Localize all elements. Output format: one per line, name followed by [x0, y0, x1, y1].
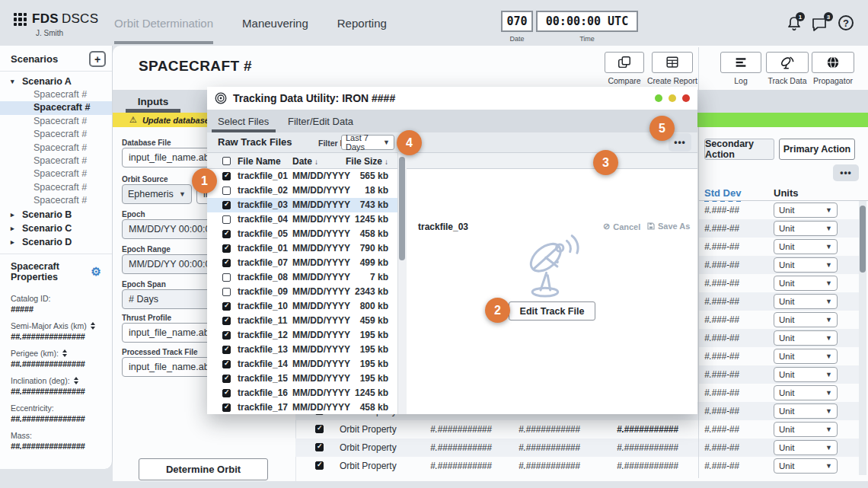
- unit-select[interactable]: Unit ▼: [774, 385, 838, 400]
- unit-select[interactable]: Unit ▼: [774, 239, 838, 254]
- stepper-icon[interactable]: [62, 349, 67, 357]
- panel-more-button[interactable]: •••: [833, 164, 859, 181]
- track-file-row[interactable]: trackfile_02 MM/DD/YYYY 18 kb: [207, 183, 397, 198]
- cancel-button[interactable]: ⊘ Cancel: [603, 222, 640, 231]
- file-checkbox[interactable]: [222, 288, 231, 296]
- file-checkbox[interactable]: [222, 346, 231, 354]
- unit-select[interactable]: Unit ▼: [774, 367, 838, 382]
- track-file-row[interactable]: trackfile_01 MM/DD/YYYY 790 kb: [207, 241, 397, 256]
- stepper-icon[interactable]: [74, 377, 78, 384]
- track-file-row[interactable]: trackfile_13 MM/DD/YYYY 195 kb: [207, 343, 397, 357]
- window-dot-red[interactable]: [682, 94, 690, 102]
- file-size-header[interactable]: File Size↓: [318, 156, 388, 167]
- file-checkbox[interactable]: [222, 273, 231, 282]
- caret-down-icon: ▼: [825, 334, 832, 342]
- track-file-row[interactable]: trackfile_12 MM/DD/YYYY 195 kb: [207, 328, 397, 343]
- orbit-row-checkbox[interactable]: [315, 425, 324, 433]
- track-file-row[interactable]: trackfile_01 MM/DD/YYYY 565 kb: [207, 169, 397, 183]
- help-icon[interactable]: ?: [838, 15, 854, 30]
- scenario-node[interactable]: ▸ Scenario C: [0, 222, 112, 235]
- track-data-button[interactable]: [766, 52, 809, 73]
- track-file-row[interactable]: trackfile_09 MM/DD/YYYY 2343 kb: [207, 285, 397, 299]
- app-grid-icon[interactable]: [14, 13, 27, 26]
- track-file-row[interactable]: trackfile_04 MM/DD/YYYY 1245 kb: [207, 212, 397, 227]
- log-button[interactable]: [720, 52, 761, 73]
- sidebar-item-spacecraft[interactable]: Spacecraft #: [0, 115, 112, 128]
- unit-select[interactable]: Unit ▼: [774, 203, 838, 218]
- track-file-row[interactable]: trackfile_08 MM/DD/YYYY 7 kb: [207, 270, 397, 285]
- determine-orbit-button[interactable]: Determine Orbit: [139, 458, 268, 480]
- unit-select[interactable]: Unit ▼: [774, 276, 838, 291]
- primary-action-button[interactable]: Primary Action: [779, 139, 855, 160]
- filter-by-select[interactable]: Last 7 Days ▼: [341, 135, 394, 150]
- unit-select[interactable]: Unit ▼: [774, 440, 838, 455]
- sidebar-item-spacecraft[interactable]: Spacecraft #: [0, 128, 112, 141]
- scenario-a-node[interactable]: ▾ Scenario A: [0, 75, 112, 88]
- unit-select[interactable]: Unit ▼: [774, 349, 838, 364]
- file-checkbox[interactable]: [222, 317, 231, 325]
- file-list-scrollbar-thumb[interactable]: [399, 157, 405, 260]
- track-file-row[interactable]: trackfile_16 MM/DD/YYYY 1245 kb: [207, 386, 397, 400]
- window-dot-green[interactable]: [655, 94, 662, 102]
- file-name-header[interactable]: File Name: [238, 156, 281, 167]
- unit-select[interactable]: Unit ▼: [774, 330, 838, 346]
- file-checkbox[interactable]: [222, 215, 231, 224]
- unit-select[interactable]: Unit ▼: [774, 257, 838, 273]
- secondary-action-button[interactable]: Secondary Action: [704, 139, 774, 160]
- sidebar-item-spacecraft[interactable]: Spacecraft #: [0, 194, 112, 207]
- tab-orbit-determination[interactable]: Orbit Determination: [114, 17, 213, 30]
- scenario-node[interactable]: ▸ Scenario D: [0, 235, 112, 249]
- sidebar-item-spacecraft[interactable]: Spacecraft #: [0, 101, 112, 114]
- file-checkbox[interactable]: [222, 302, 231, 311]
- file-checkbox[interactable]: [222, 403, 231, 412]
- track-file-row[interactable]: trackfile_14 MM/DD/YYYY 195 kb: [207, 357, 397, 372]
- sidebar-item-spacecraft[interactable]: Spacecraft #: [0, 167, 112, 180]
- file-checkbox[interactable]: [222, 375, 231, 383]
- unit-select[interactable]: Unit ▼: [774, 221, 838, 236]
- edit-track-file-button[interactable]: Edit Track File: [509, 301, 595, 321]
- track-file-row[interactable]: trackfile_03 MM/DD/YYYY 743 kb: [207, 198, 397, 212]
- panel-scrollbar-thumb[interactable]: [860, 206, 866, 273]
- unit-select[interactable]: Unit ▼: [774, 294, 838, 309]
- add-scenario-button[interactable]: +: [89, 51, 106, 67]
- track-file-row[interactable]: trackfile_15 MM/DD/YYYY 195 kb: [207, 372, 397, 386]
- file-checkbox[interactable]: [222, 187, 231, 195]
- file-checkbox[interactable]: [222, 230, 231, 238]
- sidebar-item-spacecraft[interactable]: Spacecraft #: [0, 155, 112, 167]
- tab-filter-edit-data[interactable]: Filter/Edit Data: [288, 110, 353, 132]
- unit-select[interactable]: Unit ▼: [774, 458, 838, 474]
- file-checkbox[interactable]: [222, 259, 231, 267]
- orbit-source-select[interactable]: Ephemeris ▼: [122, 184, 192, 204]
- unit-select[interactable]: Unit ▼: [774, 403, 838, 419]
- file-checkbox[interactable]: [222, 172, 231, 180]
- gear-icon[interactable]: ⚙: [91, 266, 101, 277]
- orbit-row-checkbox[interactable]: [315, 443, 324, 451]
- track-file-row[interactable]: trackfile_11 MM/DD/YYYY 459 kb: [207, 314, 397, 328]
- window-dot-yellow[interactable]: [669, 94, 676, 102]
- create-report-button[interactable]: [652, 52, 693, 73]
- file-checkbox[interactable]: [222, 360, 231, 368]
- select-all-checkbox[interactable]: [222, 157, 231, 165]
- file-checkbox[interactable]: [222, 244, 231, 253]
- file-checkbox[interactable]: [222, 389, 231, 397]
- compare-button[interactable]: [605, 52, 644, 73]
- sidebar-item-spacecraft[interactable]: Spacecraft #: [0, 181, 112, 194]
- stepper-icon[interactable]: [91, 322, 95, 330]
- file-checkbox[interactable]: [222, 201, 231, 209]
- track-file-row[interactable]: trackfile_10 MM/DD/YYYY 800 kb: [207, 299, 397, 314]
- unit-select[interactable]: Unit ▼: [774, 422, 838, 437]
- save-as-button[interactable]: Save As: [647, 222, 690, 231]
- propagator-button[interactable]: [812, 52, 854, 73]
- tab-reporting[interactable]: Reporting: [337, 17, 387, 30]
- unit-select[interactable]: Unit ▼: [774, 312, 838, 327]
- sidebar-item-spacecraft[interactable]: Spacecraft #: [0, 142, 112, 155]
- orbit-row-checkbox[interactable]: [315, 461, 324, 470]
- track-file-row[interactable]: trackfile_05 MM/DD/YYYY 458 kb: [207, 227, 397, 241]
- tab-maneuvering[interactable]: Maneuvering: [242, 17, 308, 30]
- file-checkbox[interactable]: [222, 331, 231, 340]
- scenario-node[interactable]: ▸ Scenario B: [0, 208, 112, 222]
- sidebar-item-spacecraft[interactable]: Spacecraft #: [0, 88, 112, 101]
- track-file-row[interactable]: trackfile_17 MM/DD/YYYY 458 kb: [207, 400, 397, 414]
- track-file-row[interactable]: trackfile_07 MM/DD/YYYY 499 kb: [207, 256, 397, 270]
- date-header[interactable]: Date↓: [292, 156, 318, 167]
